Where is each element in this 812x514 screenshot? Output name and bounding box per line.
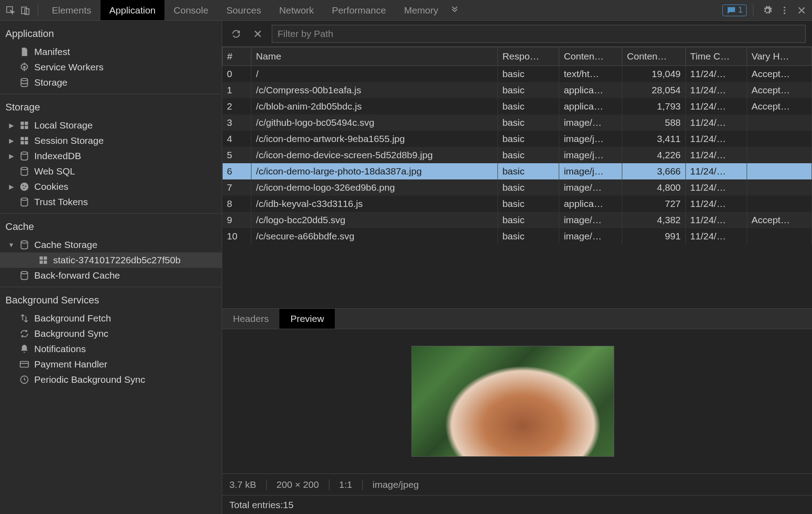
tab-console[interactable]: Console (164, 0, 217, 20)
table-row[interactable]: 2/c/blob-anim-2db05bdc.jsbasicapplica…1,… (223, 98, 812, 115)
sidebar-item-label: Trust Tokens (34, 197, 88, 207)
tab-network[interactable]: Network (270, 0, 323, 20)
cell-resp: basic (497, 163, 559, 179)
sidebar-item-payment-handler[interactable]: Payment Handler (0, 357, 222, 372)
sidebar-item-bg-sync[interactable]: Background Sync (0, 326, 222, 341)
col-content-type[interactable]: Conten… (559, 47, 622, 66)
refresh-icon[interactable] (228, 26, 244, 41)
content-pane: # Name Respo… Conten… Conten… Time C… Va… (222, 21, 812, 514)
sidebar-item-trust-tokens[interactable]: Trust Tokens (0, 194, 222, 210)
sidebar-item-storage[interactable]: Storage (0, 75, 222, 90)
sidebar-item-cache-entry[interactable]: static-3741017226db5c27f50b (0, 252, 222, 268)
cell-resp: basic (497, 66, 559, 83)
sidebar-item-notifications[interactable]: Notifications (0, 341, 222, 357)
detail-tab-preview[interactable]: Preview (279, 309, 335, 329)
section-title-storage: Storage (0, 94, 222, 118)
settings-gear-icon[interactable] (760, 3, 775, 18)
tab-application[interactable]: Application (100, 0, 165, 20)
footer-bar: Total entries: 15 (222, 495, 812, 514)
cell-resp: basic (497, 82, 559, 98)
col-name[interactable]: Name (251, 47, 498, 66)
cell-vary (747, 115, 812, 131)
cell-name: /c/blob-anim-2db05bdc.js (251, 98, 498, 115)
application-sidebar: Application Manifest Service Workers Sto… (0, 21, 222, 514)
tab-sources[interactable]: Sources (217, 0, 270, 20)
table-row[interactable]: 0/basictext/ht…19,04911/24/…Accept… (223, 66, 812, 83)
gear-icon (19, 62, 30, 73)
tab-elements[interactable]: Elements (43, 0, 100, 20)
database-icon (19, 166, 30, 177)
close-devtools-icon[interactable] (794, 3, 809, 18)
content-toolbar (222, 21, 812, 47)
svg-rect-13 (25, 137, 28, 140)
detail-tab-headers[interactable]: Headers (222, 309, 279, 329)
cell-time: 11/24/… (685, 163, 747, 179)
col-content-length[interactable]: Conten… (622, 47, 685, 66)
cell-name: /c/github-logo-bc05494c.svg (251, 115, 498, 131)
cell-idx: 0 (223, 66, 251, 83)
sidebar-item-bf-cache[interactable]: Back-forward Cache (0, 268, 222, 283)
table-row[interactable]: 10/c/secure-a66bbdfe.svgbasicimage/…9911… (223, 228, 812, 244)
more-options-icon[interactable] (777, 3, 792, 18)
svg-rect-1 (22, 7, 27, 14)
sidebar-item-bg-fetch[interactable]: Background Fetch (0, 311, 222, 326)
sidebar-item-cache-storage[interactable]: ▼ Cache Storage (0, 237, 222, 252)
svg-point-22 (21, 198, 28, 201)
sidebar-item-web-sql[interactable]: Web SQL (0, 164, 222, 179)
table-row[interactable]: 5/c/icon-demo-device-screen-5d52d8b9.jpg… (223, 147, 812, 163)
sidebar-item-indexeddb[interactable]: ▶ IndexedDB (0, 148, 222, 164)
svg-point-5 (784, 12, 785, 14)
cell-time: 11/24/… (685, 115, 747, 131)
devtools-top-toolbar: Elements Application Console Sources Net… (0, 0, 812, 21)
cell-ctype: image/j… (559, 147, 622, 163)
sidebar-item-session-storage[interactable]: ▶ Session Storage (0, 133, 222, 148)
table-row[interactable]: 6/c/icon-demo-large-photo-18da387a.jpgba… (223, 163, 812, 179)
device-toolbar-icon[interactable] (18, 3, 33, 18)
filter-input[interactable] (272, 25, 806, 43)
table-row[interactable]: 3/c/github-logo-bc05494c.svgbasicimage/…… (223, 115, 812, 131)
table-row[interactable]: 9/c/logo-bcc20dd5.svgbasicimage/…4,38211… (223, 212, 812, 228)
table-row[interactable]: 8/c/idb-keyval-c33d3116.jsbasicapplica…7… (223, 196, 812, 212)
cell-ctype: image/j… (559, 131, 622, 147)
inspect-element-icon[interactable] (3, 3, 18, 18)
col-vary-header[interactable]: Vary H… (747, 47, 812, 66)
col-response-type[interactable]: Respo… (497, 47, 559, 66)
cell-idx: 10 (223, 228, 251, 244)
sidebar-section-application: Application Manifest Service Workers Sto… (0, 21, 222, 94)
card-icon (19, 359, 30, 370)
svg-point-6 (23, 66, 26, 69)
messages-count: 1 (738, 5, 743, 15)
col-index[interactable]: # (223, 47, 251, 66)
sidebar-item-cookies[interactable]: ▶ Cookies (0, 179, 222, 194)
cell-idx: 4 (223, 131, 251, 147)
database-icon (19, 77, 30, 88)
svg-rect-12 (21, 137, 24, 140)
svg-rect-25 (44, 257, 47, 260)
svg-point-4 (784, 9, 785, 11)
sidebar-item-label: Back-forward Cache (34, 270, 120, 281)
table-row[interactable]: 4/c/icon-demo-artwork-9eba1655.jpgbasici… (223, 131, 812, 147)
cell-clen: 4,226 (622, 147, 685, 163)
more-tabs-icon[interactable] (447, 3, 462, 18)
table-row[interactable]: 7/c/icon-demo-logo-326ed9b6.pngbasicimag… (223, 179, 812, 196)
cell-time: 11/24/… (685, 98, 747, 115)
sidebar-item-periodic-bg-sync[interactable]: Periodic Background Sync (0, 372, 222, 387)
sidebar-item-manifest[interactable]: Manifest (0, 44, 222, 60)
col-time-cached[interactable]: Time C… (685, 47, 747, 66)
cell-resp: basic (497, 212, 559, 228)
messages-badge[interactable]: 1 (722, 5, 747, 16)
table-row[interactable]: 1/c/Compress-00b1eafa.jsbasicapplica…28,… (223, 82, 812, 98)
tab-memory[interactable]: Memory (395, 0, 447, 20)
svg-point-23 (21, 241, 28, 243)
cache-entries-table[interactable]: # Name Respo… Conten… Conten… Time C… Va… (222, 47, 812, 309)
cell-ctype: applica… (559, 82, 622, 98)
cell-name: /c/idb-keyval-c33d3116.js (251, 196, 498, 212)
cell-ctype: applica… (559, 196, 622, 212)
cell-resp: basic (497, 179, 559, 196)
sidebar-item-local-storage[interactable]: ▶ Local Storage (0, 118, 222, 133)
clear-icon[interactable] (250, 26, 265, 41)
tab-performance[interactable]: Performance (323, 0, 395, 20)
cell-ctype: image/… (559, 212, 622, 228)
sidebar-item-service-workers[interactable]: Service Workers (0, 60, 222, 75)
preview-status-bar: 3.7 kB 200 × 200 1:1 image/jpeg (222, 473, 812, 495)
